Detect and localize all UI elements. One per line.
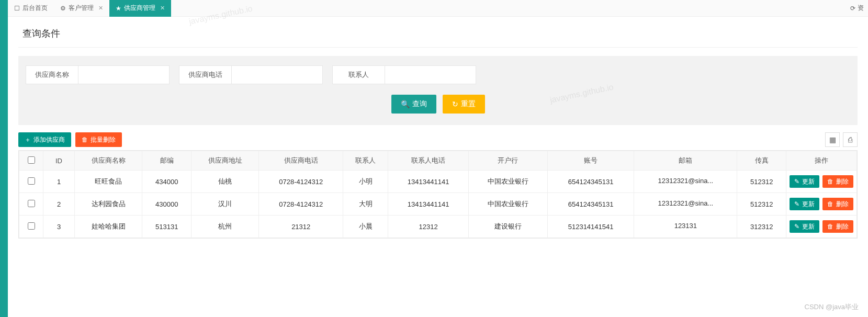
columns-button[interactable]: ▦ — [825, 132, 840, 147]
th-account: 账号 — [547, 151, 634, 171]
cell-account: 654124345131 — [547, 171, 634, 193]
search-item-phone: 供应商电话 — [179, 65, 323, 84]
update-label: 更新 — [802, 222, 815, 231]
search-fieldset: 查询条件 供应商名称 供应商电话 联系人 — [18, 23, 858, 125]
edit-icon: ✎ — [794, 178, 799, 185]
table-row: 1 旺旺食品 434000 仙桃 0728-4124312 小明 1341344… — [19, 171, 857, 193]
update-button[interactable]: ✎ 更新 — [790, 175, 819, 188]
th-contact: 联系人 — [343, 151, 388, 171]
add-label: 添加供应商 — [33, 135, 65, 144]
table-wrap: ID 供应商名称 邮编 供应商地址 供应商电话 联系人 联系人电话 开户行 账号… — [18, 150, 858, 239]
batch-delete-button[interactable]: 🗑 批量删除 — [75, 132, 122, 147]
cell-contact-phone: 13413441141 — [388, 171, 469, 193]
cell-email: 12312321@sina... — [634, 193, 737, 216]
update-label: 更新 — [802, 200, 815, 209]
export-icon: ⎙ — [848, 135, 852, 144]
th-name: 供应商名称 — [75, 151, 142, 171]
tab-customer[interactable]: ⚙ 客户管理 ✕ — [54, 0, 109, 17]
edit-icon: ✎ — [794, 200, 799, 208]
update-label: 更新 — [802, 177, 815, 186]
th-address: 供应商地址 — [191, 151, 258, 171]
tab-bar: ☐ 后台首页 ⚙ 客户管理 ✕ ★ 供应商管理 ✕ ⟳ 资 — [8, 0, 868, 17]
trash-icon: 🗑 — [827, 223, 833, 230]
cell-fax: 512312 — [737, 193, 786, 216]
delete-button[interactable]: 🗑 删除 — [822, 220, 853, 233]
table-toolbar: ＋ 添加供应商 🗑 批量删除 ▦ ⎙ — [18, 132, 858, 147]
close-icon[interactable]: ✕ — [160, 5, 165, 12]
update-button[interactable]: ✎ 更新 — [790, 220, 819, 233]
cell-id: 3 — [43, 216, 75, 238]
cell-email: 12312321@sina... — [634, 171, 737, 193]
plus-icon: ＋ — [25, 135, 31, 144]
tab-supplier[interactable]: ★ 供应商管理 ✕ — [109, 0, 171, 17]
cell-zip: 513131 — [142, 216, 191, 238]
cell-name: 达利园食品 — [75, 193, 142, 216]
contact-input[interactable] — [385, 65, 476, 84]
tab-label: 客户管理 — [69, 4, 94, 13]
cell-account: 512314141541 — [547, 216, 634, 238]
tab-label: 后台首页 — [22, 4, 48, 13]
reset-icon: ↻ — [452, 100, 458, 108]
th-phone: 供应商电话 — [259, 151, 343, 171]
cell-bank: 建设银行 — [468, 216, 547, 238]
trash-icon: 🗑 — [827, 200, 833, 208]
tab-label: 供应商管理 — [124, 4, 155, 13]
cell-contact-phone: 12312 — [388, 216, 469, 238]
supplier-name-input[interactable] — [78, 65, 170, 84]
th-contact-phone: 联系人电话 — [388, 151, 469, 171]
cell-name: 娃哈哈集团 — [75, 216, 142, 238]
delete-label: 删除 — [836, 222, 849, 231]
cell-bank: 中国农业银行 — [468, 171, 547, 193]
home-icon: ☐ — [14, 5, 20, 12]
refresh-icon: ⟳ — [850, 5, 855, 12]
row-checkbox[interactable] — [28, 200, 35, 207]
th-email: 邮箱 — [634, 151, 737, 171]
tab-right[interactable]: ⟳ 资 — [850, 4, 864, 13]
trash-icon: 🗑 — [82, 136, 88, 143]
grid-icon: ▦ — [829, 135, 836, 144]
row-checkbox[interactable] — [28, 177, 35, 185]
query-button[interactable]: 🔍 查询 — [391, 95, 436, 114]
supplier-table: ID 供应商名称 邮编 供应商地址 供应商电话 联系人 联系人电话 开户行 账号… — [19, 151, 857, 238]
cell-name: 旺旺食品 — [75, 171, 142, 193]
cell-bank: 中国农业银行 — [468, 193, 547, 216]
th-fax: 传真 — [737, 151, 786, 171]
row-checkbox[interactable] — [28, 222, 35, 230]
search-label-name: 供应商名称 — [26, 65, 78, 84]
search-panel: 供应商名称 供应商电话 联系人 🔍 查询 — [18, 56, 858, 125]
cell-zip: 434000 — [142, 171, 191, 193]
search-legend: 查询条件 — [18, 23, 858, 48]
delete-label: 删除 — [836, 177, 849, 186]
add-supplier-button[interactable]: ＋ 添加供应商 — [18, 132, 71, 147]
close-icon[interactable]: ✕ — [98, 5, 103, 12]
delete-button[interactable]: 🗑 删除 — [822, 198, 853, 210]
select-all-checkbox[interactable] — [28, 156, 35, 164]
tab-home[interactable]: ☐ 后台首页 — [8, 0, 54, 17]
search-item-name: 供应商名称 — [26, 65, 170, 84]
tab-right-label: 资 — [858, 4, 864, 13]
th-bank: 开户行 — [468, 151, 547, 171]
cell-contact: 大明 — [343, 193, 388, 216]
update-button[interactable]: ✎ 更新 — [790, 198, 819, 210]
delete-button[interactable]: 🗑 删除 — [822, 175, 853, 188]
sidebar-stub — [0, 0, 8, 245]
reset-button[interactable]: ↻ 重置 — [443, 95, 485, 114]
cell-email: 123131 — [634, 216, 737, 238]
star-icon: ★ — [116, 5, 121, 12]
cell-zip: 430000 — [142, 193, 191, 216]
table-header-row: ID 供应商名称 邮编 供应商地址 供应商电话 联系人 联系人电话 开户行 账号… — [19, 151, 857, 171]
cell-id: 2 — [43, 193, 75, 216]
table-row: 3 娃哈哈集团 513131 杭州 21312 小晨 12312 建设银行 51… — [19, 216, 857, 238]
cell-account: 654124345131 — [547, 193, 634, 216]
cell-phone: 0728-4124312 — [259, 171, 343, 193]
edit-icon: ✎ — [794, 223, 799, 230]
cell-phone: 21312 — [259, 216, 343, 238]
cell-contact-phone: 13413441141 — [388, 193, 469, 216]
supplier-phone-input[interactable] — [231, 65, 323, 84]
search-label-phone: 供应商电话 — [179, 65, 231, 84]
cell-address: 汉川 — [191, 193, 258, 216]
reset-label: 重置 — [461, 99, 476, 109]
cell-fax: 312312 — [737, 216, 786, 238]
trash-icon: 🗑 — [827, 178, 833, 185]
export-button[interactable]: ⎙ — [843, 132, 858, 147]
